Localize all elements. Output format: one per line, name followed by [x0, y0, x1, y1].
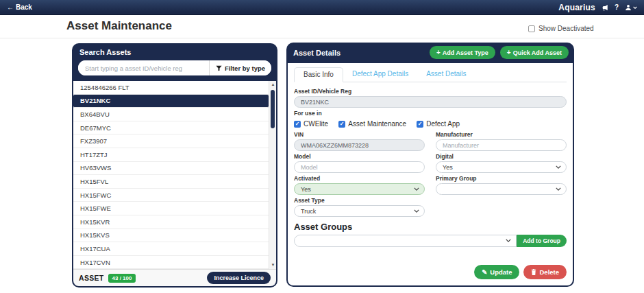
for-use-in-group: CWElite Asset Maintenance Defect App — [294, 120, 567, 128]
asset-list-item-label: HX15FWC — [80, 191, 111, 199]
user-icon — [625, 4, 632, 11]
funnel-icon — [216, 65, 222, 71]
manufacturer-input[interactable] — [436, 139, 567, 151]
asset-list-item-label: DE67MYC — [80, 124, 111, 132]
asset-list-item-label: HX15FVL — [80, 178, 108, 185]
search-assets-title: Search Assets — [79, 48, 271, 56]
asset-list-item-label: BX64BVU — [80, 110, 110, 118]
asset-licence-footer: ASSET 43 / 100 Increase Licence — [73, 269, 276, 286]
checkbox-checked-icon[interactable] — [417, 121, 423, 128]
delete-button[interactable]: Delete — [523, 265, 567, 279]
plus-icon: + — [507, 49, 511, 56]
help-icon[interactable]: ? — [615, 3, 619, 11]
scroll-up-icon[interactable]: ▲ — [269, 81, 276, 89]
for-use-in-checkbox[interactable]: Asset Maintenance — [338, 120, 406, 128]
quick-add-asset-button[interactable]: + Quick Add Asset — [500, 46, 569, 59]
update-button[interactable]: ✎ Update — [474, 265, 519, 279]
scroll-down-icon[interactable]: ▼ — [269, 261, 276, 269]
asset-search-input[interactable] — [78, 60, 209, 75]
asset-list-item[interactable]: HV63VWS — [73, 162, 269, 176]
back-button[interactable]: ← Back — [7, 3, 32, 11]
asset-type-label: Asset Type — [294, 197, 425, 204]
tab-item[interactable]: Defect App Details — [343, 67, 417, 82]
asset-list-item-label: HT17ZTJ — [80, 151, 108, 159]
asset-details-title: Asset Details — [293, 49, 425, 57]
asset-id-input[interactable] — [294, 96, 567, 108]
digital-label: Digital — [436, 153, 567, 160]
asset-details-header: Asset Details + Add Asset Type + Quick A… — [288, 43, 573, 63]
asset-list-item-label: HX15FWE — [80, 204, 111, 212]
search-assets-panel: Search Assets Filter by type 1254846266 … — [72, 43, 277, 288]
asset-list-item[interactable]: DE67MYC — [73, 121, 269, 135]
details-tabs: Basic Info Defect App Details Asset Deta… — [294, 67, 567, 82]
asset-list: 1254846266 FLT BV21NKC BX64BVU DE67MYC F… — [73, 81, 276, 269]
asset-list-item[interactable]: HX17CUA — [73, 242, 269, 256]
asset-groups-select[interactable] — [294, 235, 517, 247]
show-deactivated-label: Show Deactivated — [538, 25, 594, 32]
checkbox-label: Defect App — [426, 120, 460, 128]
back-arrow-icon: ← — [7, 3, 14, 11]
asset-list-item[interactable]: HT17ZTJ — [73, 148, 269, 162]
asset-list-item-label: 1254846266 FLT — [80, 84, 129, 91]
asset-list-item[interactable]: HX15FWE — [73, 202, 269, 215]
asset-list-item[interactable]: BV21NKC — [73, 95, 269, 108]
header-divider — [0, 38, 644, 38]
asset-list-item[interactable]: FXZ3907 — [73, 134, 269, 148]
asset-list-item-label: HX15KVS — [80, 231, 110, 239]
asset-list-item[interactable]: HX15FWC — [73, 189, 269, 202]
asset-list-item[interactable]: HX17CVN — [73, 256, 269, 269]
checkbox-label: CWElite — [304, 120, 328, 128]
pencil-icon: ✎ — [482, 268, 487, 276]
tab-item[interactable]: Asset Details — [417, 67, 475, 82]
primary-group-label: Primary Group — [436, 175, 567, 182]
model-input[interactable] — [294, 161, 425, 173]
scroll-thumb[interactable] — [271, 90, 275, 128]
asset-list-item[interactable]: HX15FVL — [73, 175, 269, 189]
vin-input[interactable] — [294, 139, 425, 151]
megaphone-icon[interactable] — [602, 4, 608, 11]
asset-details-panel: Asset Details + Add Asset Type + Quick A… — [286, 43, 574, 287]
digital-select[interactable]: Yes — [436, 161, 567, 173]
account-menu[interactable] — [625, 4, 637, 11]
asset-list-item-label: HV63VWS — [80, 164, 111, 172]
checkbox-checked-icon[interactable] — [338, 121, 345, 128]
asset-details-body: Basic Info Defect App Details Asset Deta… — [288, 63, 573, 285]
for-use-in-checkbox[interactable]: CWElite — [294, 120, 328, 128]
asset-groups-row: Add to Group — [294, 235, 567, 247]
tab-item[interactable]: Basic Info — [294, 67, 343, 82]
asset-list-item[interactable]: HX15KVR — [73, 215, 269, 229]
asset-list-item[interactable]: BX64BVU — [73, 108, 269, 121]
trash-icon — [531, 269, 536, 275]
primary-group-select[interactable] — [436, 183, 567, 195]
list-scrollbar[interactable]: ▲ ▼ — [269, 81, 276, 269]
asset-list-item-label: FXZ3907 — [80, 137, 107, 145]
asset-count-badge: 43 / 100 — [108, 274, 136, 283]
for-use-in-checkbox[interactable]: Defect App — [417, 120, 460, 128]
checkbox-checked-icon[interactable] — [294, 121, 301, 128]
increase-licence-button[interactable]: Increase Licence — [207, 272, 271, 284]
for-use-in-label: For use in — [294, 110, 567, 117]
show-deactivated-toggle[interactable]: Show Deactivated — [528, 25, 594, 32]
asset-list-item-label: HX17CUA — [80, 245, 110, 253]
checkbox-label: Asset Maintenance — [348, 120, 406, 128]
add-asset-type-button[interactable]: + Add Asset Type — [430, 46, 495, 59]
add-to-group-button[interactable]: Add to Group — [517, 235, 567, 247]
vin-label: VIN — [294, 131, 425, 138]
filter-by-type-button[interactable]: Filter by type — [209, 60, 271, 75]
asset-groups-heading: Asset Groups — [294, 222, 567, 232]
model-label: Model — [294, 153, 425, 160]
activated-label: Activated — [294, 175, 425, 182]
show-deactivated-checkbox[interactable] — [528, 25, 535, 32]
asset-search-group: Filter by type — [78, 60, 271, 75]
activated-select[interactable]: Yes — [294, 183, 425, 195]
page-title: Asset Maintenance — [66, 19, 172, 33]
manufacturer-label: Manufacturer — [436, 131, 567, 138]
chevron-down-icon — [633, 6, 637, 9]
asset-id-label: Asset ID/Vehicle Reg — [294, 88, 567, 95]
asset-list-item-label: BV21NKC — [80, 97, 110, 104]
asset-list-item[interactable]: HX15KVS — [73, 229, 269, 243]
search-assets-header: Search Assets Filter by type — [73, 43, 276, 81]
asset-list-item[interactable]: 1254846266 FLT — [73, 81, 269, 95]
asset-type-select[interactable]: Truck — [294, 205, 425, 217]
plus-icon: + — [436, 49, 441, 56]
